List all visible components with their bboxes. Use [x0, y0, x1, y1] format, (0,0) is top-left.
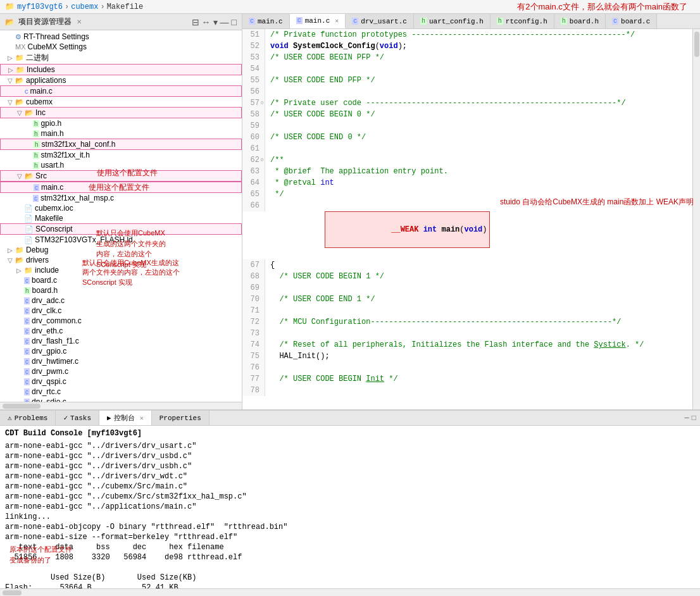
sidebar-item-inc[interactable]: ▽ 📂 Inc [0, 107, 242, 118]
sidebar-item-drv-sdio[interactable]: c drv_sdio.c [0, 397, 242, 402]
maximize-icon[interactable]: □ [232, 17, 237, 27]
code-line-74: 74 /* Reset of all peripherals, Initiali… [242, 339, 700, 351]
collapse-all-icon[interactable]: ⊟ [192, 17, 199, 27]
sidebar-item-debug[interactable]: ▷ 📁 Debug [0, 245, 242, 255]
tab-console[interactable]: ▶ 控制台 ✕ [99, 411, 152, 425]
sidebar-item-label: drv_common.c [32, 316, 82, 325]
sidebar-item-label: RT-Thread Settings [23, 32, 89, 41]
editor-tabs: c main.c c main.c ✕ c drv_usart.c h uart… [242, 14, 700, 29]
sidebar-icon: 📂 [5, 18, 15, 27]
code-line-56: 56 [242, 86, 700, 97]
code-line-62: 62○ /** [242, 154, 700, 166]
sidebar-item-sconscript[interactable]: 📄 SConscript [0, 223, 242, 235]
sidebar-item-drv-pwm[interactable]: c drv_pwm.c [0, 366, 242, 376]
tab-rtconfig[interactable]: h rtconfig.h [491, 14, 554, 28]
sidebar-item-drv-clk[interactable]: c drv_clk.c [0, 306, 242, 316]
breadcrumb-bar: 📁 myf103vgt6 › cubemx › Makefile 有2个main… [0, 0, 700, 14]
console-line [5, 562, 695, 573]
tab-properties[interactable]: Properties [152, 411, 209, 425]
console-title: CDT Build Console [myf103vgt6] [5, 428, 695, 438]
code-line-69: 69 [242, 282, 700, 294]
cubemx-settings-icon: MX [15, 43, 26, 51]
sidebar-item-rt-thread[interactable]: ⚙ RT-Thread Settings [0, 32, 242, 42]
sidebar-item-src[interactable]: ▽ 📂 Src [0, 170, 242, 182]
sidebar-item-drivers[interactable]: ▽ 📂 drivers [0, 255, 242, 265]
sidebar-item-label: cubemx [26, 97, 53, 106]
file-h-icon: h [33, 162, 39, 169]
folder-icon: 📂 [25, 172, 34, 180]
line-number: 60 [242, 132, 265, 143]
sidebar-item-flash-ld[interactable]: 📄 STM32F103VGTx_FLASH.ld [0, 235, 242, 245]
sidebar-item-drv-rtc[interactable]: c drv_rtc.c [0, 387, 242, 397]
sidebar-item-app-main-c[interactable]: c main.c [0, 85, 242, 97]
sidebar-item-hal-conf-h[interactable]: h stm32f1xx_hal_conf.h [0, 139, 242, 150]
minimize-icon[interactable]: — [220, 17, 229, 27]
folder-icon: 📁 [16, 66, 25, 74]
sidebar-item-gpio-h[interactable]: h gpio.h [0, 118, 242, 128]
sidebar-item-hal-msp-c[interactable]: c stm32f1xx_hal_msp.c [0, 193, 242, 203]
folder-icon: 📂 [25, 109, 34, 117]
sidebar-item-drv-flash[interactable]: c drv_flash_f1.c [0, 336, 242, 346]
sidebar-item-label: drv_sdio.c [32, 397, 66, 402]
sidebar-item-drv-eth[interactable]: c drv_eth.c [0, 326, 242, 336]
sidebar-item-drv-adc[interactable]: c drv_adc.c [0, 295, 242, 306]
sidebar-item-includes[interactable]: ▷ 📁 Includes [0, 64, 242, 75]
sidebar-item-cubemx-settings[interactable]: MX CubeMX Settings [0, 42, 242, 52]
console-icon: ▶ [107, 414, 111, 422]
editor-scrollbar[interactable] [692, 29, 700, 409]
sidebar-item-src-main-c[interactable]: c main.c [0, 182, 242, 193]
sidebar-item-cubemx-ioc[interactable]: 📄 cubemx.ioc [0, 203, 242, 213]
tab-c-icon: c [612, 18, 618, 25]
sidebar-item-drv-hwtimer[interactable]: c drv_hwtimer.c [0, 356, 242, 366]
file-h-icon: h [33, 120, 39, 127]
sidebar-menu-icon[interactable]: ▾ [213, 17, 218, 27]
expand-icon: ▽ [8, 257, 14, 264]
tab-main-c-2[interactable]: c main.c ✕ [290, 14, 346, 28]
minimize-console-icon[interactable]: — [685, 414, 689, 423]
sidebar-item-board-h[interactable]: h board.h [0, 285, 242, 295]
code-line-51: 51 /* Private function prototypes ------… [242, 29, 700, 40]
sidebar-item-drv-common[interactable]: c drv_common.c [0, 316, 242, 326]
sidebar-item-board-c[interactable]: c board.c [0, 275, 242, 285]
tab-tasks[interactable]: ✓ Tasks [56, 411, 99, 425]
sidebar-item-cubemx[interactable]: ▽ 📂 cubemx [0, 97, 242, 107]
expand-icon: ▷ [8, 247, 14, 254]
code-line-52: 52 void SystemClock_Config(void); [242, 40, 700, 52]
sidebar-item-drv-include[interactable]: ▷ 📁 include [0, 265, 242, 275]
line-number: 75 [242, 351, 265, 362]
sidebar-item-binary[interactable]: ▷ 📁 二进制 [0, 52, 242, 64]
tab-label: rtconfig.h [506, 18, 547, 25]
breadcrumb-item-2[interactable]: cubemx [71, 3, 98, 11]
sidebar-item-stm32-it-h[interactable]: h stm32f1xx_it.h [0, 150, 242, 160]
tab-close-icon[interactable]: ✕ [140, 414, 144, 422]
code-line-72: 72 /* MCU Configuration-----------------… [242, 316, 700, 328]
tab-close-icon[interactable]: ✕ [335, 17, 339, 25]
sidebar-item-usart-h[interactable]: h usart.h [0, 160, 242, 170]
editor-area: c main.c c main.c ✕ c drv_usart.c h uart… [242, 14, 700, 409]
line-content: */ [265, 189, 700, 200]
tab-board-c[interactable]: c board.c [606, 14, 657, 28]
link-editor-icon[interactable]: ↔ [202, 17, 211, 27]
tab-problems[interactable]: ⚠ Problems [0, 411, 56, 425]
sidebar-item-drv-gpio[interactable]: c drv_gpio.c [0, 346, 242, 356]
tab-drv-usart[interactable]: c drv_usart.c [346, 14, 414, 28]
file-c-icon: c [24, 378, 30, 385]
breadcrumb-item-1[interactable]: myf103vgt6 [17, 3, 63, 11]
sidebar-item-label: stm32f1xx_it.h [41, 151, 90, 159]
sidebar-item-makefile[interactable]: 📄 Makefile [0, 213, 242, 223]
tab-main-c-1[interactable]: c main.c [242, 14, 290, 28]
tab-board-h[interactable]: h board.h [554, 14, 606, 28]
tab-uart-config[interactable]: h uart_config.h [414, 14, 491, 28]
sidebar-item-drv-qspi[interactable]: c drv_qspi.c [0, 376, 242, 387]
line-number: 68 [242, 271, 265, 282]
tab-c-icon: c [352, 18, 358, 25]
sidebar-item-main-h[interactable]: h main.h [0, 128, 242, 139]
code-editor[interactable]: 51 /* Private function prototypes ------… [242, 29, 700, 409]
line-content: /* USER CODE BEGIN 1 */ [265, 271, 700, 282]
maximize-console-icon[interactable]: □ [692, 414, 696, 423]
tasks-icon: ✓ [63, 414, 68, 422]
console-scrollbar-x[interactable] [0, 588, 700, 596]
sidebar-item-applications[interactable]: ▽ 📂 applications [0, 75, 242, 85]
sidebar-scroll-x[interactable] [0, 402, 242, 409]
file-c-icon: c [24, 297, 30, 304]
